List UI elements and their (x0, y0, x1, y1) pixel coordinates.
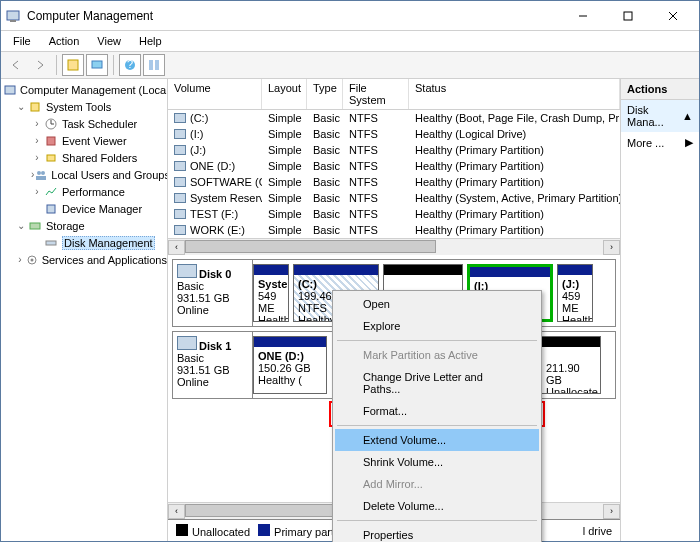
scroll-right[interactable]: › (603, 240, 620, 255)
svg-rect-13 (31, 103, 39, 111)
menu-action[interactable]: Action (41, 33, 88, 49)
svg-text:?: ? (127, 58, 133, 70)
col-volume[interactable]: Volume (168, 79, 262, 109)
toolbar-btn-1[interactable] (62, 54, 84, 76)
scroll-left[interactable]: ‹ (168, 240, 185, 255)
col-status[interactable]: Status (409, 79, 620, 109)
minimize-button[interactable] (560, 2, 605, 30)
volume-row[interactable]: SOFTWARE (G:)SimpleBasicNTFSHealthy (Pri… (168, 174, 620, 190)
menu-file[interactable]: File (5, 33, 39, 49)
titlebar[interactable]: Computer Management (1, 1, 699, 31)
tree-storage[interactable]: ⌄Storage (1, 217, 167, 234)
svg-rect-22 (47, 205, 55, 213)
ctx-properties[interactable]: Properties (335, 524, 539, 542)
tree-shared[interactable]: ›Shared Folders (1, 149, 167, 166)
volume-row[interactable]: (C:)SimpleBasicNTFSHealthy (Boot, Page F… (168, 110, 620, 126)
svg-rect-7 (92, 61, 102, 68)
svg-point-26 (30, 258, 33, 261)
volume-row[interactable]: System ReservedSimpleBasicNTFSHealthy (S… (168, 190, 620, 206)
actions-more[interactable]: More ...▶ (621, 132, 699, 153)
volume-grid[interactable]: Volume Layout Type File System Status (C… (168, 79, 620, 238)
maximize-button[interactable] (605, 2, 650, 30)
svg-rect-0 (7, 11, 19, 20)
tree-services[interactable]: ›Services and Applications (1, 251, 167, 268)
grid-hscroll[interactable]: ‹ › (168, 238, 620, 255)
scroll-right-2[interactable]: › (603, 504, 620, 519)
volume-row[interactable]: (I:)SimpleBasicNTFSHealthy (Logical Driv… (168, 126, 620, 142)
ctx-add-mirror: Add Mirror... (335, 473, 539, 495)
partition[interactable]: Syster549 MEHealth (253, 264, 289, 322)
actions-diskmgmt[interactable]: Disk Mana...▲ (621, 100, 699, 132)
toolbar-btn-2[interactable] (86, 54, 108, 76)
close-button[interactable] (650, 2, 695, 30)
svg-rect-3 (624, 12, 632, 20)
svg-rect-21 (36, 176, 46, 180)
ctx-delete-volume[interactable]: Delete Volume... (335, 495, 539, 517)
tree-performance[interactable]: ›Performance (1, 183, 167, 200)
app-icon (5, 8, 21, 24)
scroll-left-2[interactable]: ‹ (168, 504, 185, 519)
ctx-change-letter[interactable]: Change Drive Letter and Paths... (335, 366, 539, 400)
partition[interactable]: (J:)459 MEHealth (557, 264, 593, 322)
col-type[interactable]: Type (307, 79, 343, 109)
tree-users[interactable]: ›Local Users and Groups (1, 166, 167, 183)
tree-systools[interactable]: ⌄System Tools (1, 98, 167, 115)
col-layout[interactable]: Layout (262, 79, 307, 109)
forward-button[interactable] (29, 54, 51, 76)
ctx-explore[interactable]: Explore (335, 315, 539, 337)
actions-pane: Actions Disk Mana...▲ More ...▶ (621, 79, 699, 541)
svg-rect-23 (30, 223, 40, 229)
volume-row[interactable]: (J:)SimpleBasicNTFSHealthy (Primary Part… (168, 142, 620, 158)
tree-eventviewer[interactable]: ›Event Viewer (1, 132, 167, 149)
volume-row[interactable]: WORK (E:)SimpleBasicNTFSHealthy (Primary… (168, 222, 620, 238)
actions-header: Actions (621, 79, 699, 100)
svg-rect-1 (10, 20, 16, 22)
ctx-format[interactable]: Format... (335, 400, 539, 422)
menu-view[interactable]: View (89, 33, 129, 49)
volume-row[interactable]: TEST (F:)SimpleBasicNTFSHealthy (Primary… (168, 206, 620, 222)
toolbar: ? (1, 51, 699, 79)
window-title: Computer Management (27, 9, 560, 23)
svg-rect-11 (155, 60, 159, 70)
menu-help[interactable]: Help (131, 33, 170, 49)
ctx-open[interactable]: Open (335, 293, 539, 315)
svg-rect-12 (5, 86, 15, 94)
tree-scheduler[interactable]: ›Task Scheduler (1, 115, 167, 132)
svg-point-20 (41, 171, 45, 175)
help-button[interactable]: ? (119, 54, 141, 76)
svg-rect-18 (47, 155, 55, 161)
partition[interactable]: 211.90 GBUnallocate (541, 336, 601, 394)
tree-devmgr[interactable]: Device Manager (1, 200, 167, 217)
volume-row[interactable]: ONE (D:)SimpleBasicNTFSHealthy (Primary … (168, 158, 620, 174)
tree-diskmgmt[interactable]: Disk Management (1, 234, 167, 251)
toolbar-btn-4[interactable] (143, 54, 165, 76)
nav-tree[interactable]: Computer Management (Local ⌄System Tools… (1, 79, 168, 541)
tree-root[interactable]: Computer Management (Local (1, 81, 167, 98)
svg-rect-17 (47, 137, 55, 145)
partition[interactable]: ONE (D:)150.26 GBHealthy ( (253, 336, 327, 394)
ctx-mark-active: Mark Partition as Active (335, 344, 539, 366)
svg-point-19 (37, 171, 41, 175)
ctx-extend-volume[interactable]: Extend Volume... (335, 429, 539, 451)
svg-rect-10 (149, 60, 153, 70)
menubar: File Action View Help (1, 31, 699, 51)
col-filesystem[interactable]: File System (343, 79, 409, 109)
context-menu: Open Explore Mark Partition as Active Ch… (332, 290, 542, 542)
back-button[interactable] (5, 54, 27, 76)
svg-rect-24 (46, 241, 56, 245)
ctx-shrink-volume[interactable]: Shrink Volume... (335, 451, 539, 473)
svg-rect-6 (68, 60, 78, 70)
